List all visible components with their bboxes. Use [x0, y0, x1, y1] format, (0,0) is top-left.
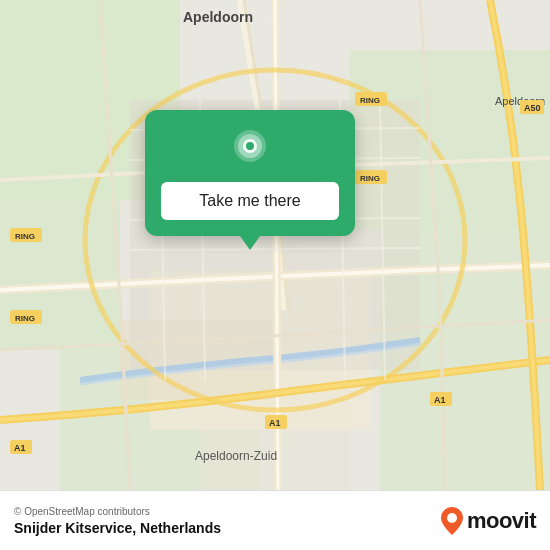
svg-point-34 [447, 513, 457, 523]
svg-text:Apeldoorn-Zuid: Apeldoorn-Zuid [195, 449, 277, 463]
location-pin-icon [228, 128, 272, 172]
svg-rect-2 [0, 200, 120, 350]
map-container[interactable]: Apeldoorn Apeldoorn Apeldoorn-Zuid RING … [0, 0, 550, 490]
moovit-pin-icon [441, 507, 463, 535]
moovit-logo: moovit [441, 507, 536, 535]
svg-text:A1: A1 [269, 418, 281, 428]
svg-text:RING: RING [15, 232, 35, 241]
osm-credit: © OpenStreetMap contributors [14, 506, 221, 517]
map-svg: Apeldoorn Apeldoorn Apeldoorn-Zuid RING … [0, 0, 550, 490]
take-me-there-button[interactable]: Take me there [161, 182, 339, 220]
svg-point-33 [246, 142, 254, 150]
bottom-left-info: © OpenStreetMap contributors Snijder Kit… [14, 506, 221, 536]
svg-text:A50: A50 [524, 103, 541, 113]
popup-card: Take me there [145, 110, 355, 236]
moovit-text: moovit [467, 508, 536, 534]
svg-text:RING: RING [360, 96, 380, 105]
svg-text:A1: A1 [434, 395, 446, 405]
svg-text:RING: RING [360, 174, 380, 183]
location-name: Snijder Kitservice, Netherlands [14, 520, 221, 536]
svg-text:A1: A1 [14, 443, 26, 453]
svg-text:RING: RING [15, 314, 35, 323]
svg-text:Apeldoorn: Apeldoorn [183, 9, 253, 25]
bottom-bar: © OpenStreetMap contributors Snijder Kit… [0, 490, 550, 550]
